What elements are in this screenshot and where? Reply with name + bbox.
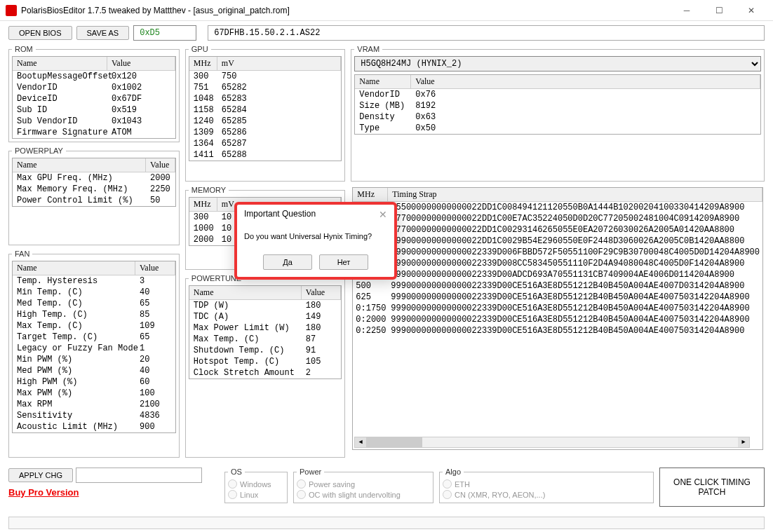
- timing-row[interactable]: 0:1750999000000000000022339D00CE516A3E8D…: [353, 303, 762, 314]
- table-row[interactable]: 75165282: [189, 82, 342, 93]
- table-row[interactable]: Target Temp. (C)65: [13, 332, 175, 343]
- table-row[interactable]: Type0x50: [355, 123, 760, 134]
- power-saving-radio: [297, 479, 306, 489]
- table-row[interactable]: Legacy or Fuzzy Fan Mode1: [13, 343, 175, 354]
- timing-row[interactable]: 0777000000000000022DD1C00293146265055E0E…: [353, 224, 762, 236]
- cell-value: 65: [135, 298, 175, 309]
- modal-no-button[interactable]: Нет: [319, 254, 368, 270]
- open-bios-button[interactable]: OPEN BIOS: [8, 26, 72, 40]
- power-group: Power Power saving OC with slight underv…: [293, 468, 433, 503]
- cell-name: VendorID: [355, 89, 411, 100]
- timing-grid[interactable]: MHz Timing Strap 0555000000000000022DD1C…: [352, 187, 763, 450]
- maximize-button[interactable]: ☐: [703, 0, 735, 21]
- table-row[interactable]: Sub ID0x519: [13, 104, 175, 116]
- table-row[interactable]: VendorID0x76: [355, 89, 760, 100]
- table-row[interactable]: Max Temp. (C)109: [13, 320, 175, 332]
- table-row[interactable]: Firmware SignatureATOM: [13, 127, 175, 138]
- timing-row[interactable]: 0:2250999000000000000022339D00CE516A3E8D…: [353, 325, 762, 336]
- gpu-grid[interactable]: MHz mV 300750751652821048652831158652841…: [189, 56, 342, 161]
- cell-mv: 65285: [217, 116, 342, 127]
- table-row[interactable]: Max PWM (%)100: [13, 388, 175, 399]
- timing-hscrollbar[interactable]: ◄ ►: [354, 437, 750, 448]
- modal-yes-button[interactable]: Да: [263, 254, 312, 270]
- vram-grid[interactable]: Name Value VendorID0x76Size (MB)8192Dens…: [354, 74, 761, 135]
- table-row[interactable]: TDC (A)149: [189, 311, 342, 322]
- table-row[interactable]: Max Memory Freq. (MHz)2250: [13, 184, 175, 195]
- scroll-left-icon[interactable]: ◄: [355, 437, 366, 447]
- table-row[interactable]: Max Power Limit (W)180: [189, 322, 342, 334]
- timing-row[interactable]: 0999000000000000022DD1C0029B54E2960550E0…: [353, 236, 762, 247]
- cell-mhz: 1309: [189, 127, 217, 138]
- table-row[interactable]: BootupMessageOffset0x120: [13, 71, 175, 82]
- cell-value: 3: [135, 275, 175, 287]
- timing-row[interactable]: 0555000000000000022DD1C008494121120550B0…: [353, 202, 762, 213]
- titlebar: PolarisBiosEditor 1.7.5 tweaked by Mattt…: [0, 0, 773, 21]
- table-row[interactable]: High PWM (%)60: [13, 376, 175, 388]
- modal-close-icon[interactable]: ✕: [379, 209, 387, 220]
- table-row[interactable]: TDP (W)180: [189, 300, 342, 311]
- timing-row[interactable]: 0999000000000000022339D008CC583450551110…: [353, 258, 762, 269]
- table-row[interactable]: Density0x63: [355, 111, 760, 123]
- table-row[interactable]: High Temp. (C)85: [13, 309, 175, 320]
- cell-name: Max Power Limit (W): [189, 322, 302, 334]
- scroll-thumb[interactable]: [366, 437, 422, 447]
- timing-row[interactable]: 0:2000999000000000000022339D00CE516A3E8D…: [353, 314, 762, 325]
- timing-row[interactable]: 500999000000000000022339D00CE516A3E8D551…: [353, 280, 762, 292]
- table-row[interactable]: Sensitivity4836: [13, 410, 175, 421]
- minimize-button[interactable]: ─: [671, 0, 703, 21]
- cell-name: Target Temp. (C): [13, 332, 135, 343]
- powerplay-group: POWERPLAY Name Value Max GPU Freq. (MHz)…: [8, 146, 180, 245]
- table-row[interactable]: 115865284: [189, 104, 342, 116]
- timing-mhz: 625: [353, 292, 388, 303]
- vram-select[interactable]: H5GQ8H24MJ (HYNIX_2): [354, 56, 761, 71]
- table-row[interactable]: Max RPM2100: [13, 399, 175, 410]
- cell-name: Density: [355, 111, 411, 123]
- table-row[interactable]: Min Temp. (C)40: [13, 287, 175, 298]
- powerplay-grid[interactable]: Name Value Max GPU Freq. (MHz)2000Max Me…: [12, 158, 176, 207]
- rom-head-value: Value: [107, 57, 175, 70]
- cell-value: 8192: [411, 100, 760, 111]
- table-row[interactable]: Acoustic Limit (MHz)900: [13, 421, 175, 432]
- timing-row[interactable]: 875999000000000000022339D00ADCD693A70551…: [353, 269, 762, 280]
- timing-strap: 999000000000000022339D00CE516A3E8D551212…: [388, 314, 752, 325]
- algo-cn-label: CN (XMR, RYO, AEON,...): [455, 491, 545, 499]
- table-row[interactable]: Shutdown Temp. (C)91: [189, 345, 342, 356]
- table-row[interactable]: Hotspot Temp. (C)105: [189, 356, 342, 367]
- table-row[interactable]: Min PWM (%)20: [13, 354, 175, 365]
- table-row[interactable]: Temp. Hysteresis3: [13, 275, 175, 287]
- table-row[interactable]: Sub VendorID0x1043: [13, 116, 175, 127]
- table-row[interactable]: 130965286: [189, 127, 342, 138]
- table-row[interactable]: 300750: [189, 71, 342, 82]
- table-row[interactable]: 104865283: [189, 93, 342, 104]
- table-row[interactable]: Max GPU Freq. (MHz)2000: [13, 172, 175, 184]
- fan-grid[interactable]: Name Value Temp. Hysteresis3Min Temp. (C…: [12, 261, 176, 433]
- table-row[interactable]: 141165288: [189, 149, 342, 161]
- rom-grid[interactable]: Name Value BootupMessageOffset0x120Vendo…: [12, 56, 176, 139]
- close-button[interactable]: ✕: [735, 0, 767, 21]
- fan-group: FAN Name Value Temp. Hysteresis3Min Temp…: [8, 250, 180, 458]
- timing-row[interactable]: 0777000000000000022DD1C00E7AC35224050D0D…: [353, 213, 762, 224]
- apply-chg-button[interactable]: APPLY CHG: [8, 468, 73, 482]
- table-row[interactable]: Max Temp. (C)87: [189, 334, 342, 345]
- table-row[interactable]: Med PWM (%)40: [13, 365, 175, 376]
- buy-pro-link[interactable]: Buy Pro Version: [8, 487, 219, 498]
- table-row[interactable]: Power Control Limit (%)50: [13, 195, 175, 206]
- apply-input[interactable]: [76, 468, 202, 483]
- table-row[interactable]: Med Temp. (C)65: [13, 298, 175, 309]
- power-saving-label: Power saving: [309, 480, 355, 489]
- powertune-grid[interactable]: Name Value TDP (W)180TDC (A)149Max Power…: [189, 285, 342, 379]
- cell-value: 40: [135, 365, 175, 376]
- table-row[interactable]: 124065285: [189, 116, 342, 127]
- save-as-button[interactable]: SAVE AS: [76, 26, 130, 40]
- table-row[interactable]: DeviceID0x67DF: [13, 93, 175, 104]
- scroll-right-icon[interactable]: ►: [738, 437, 749, 447]
- table-row[interactable]: Clock Stretch Amount2: [189, 367, 342, 378]
- table-row[interactable]: VendorID0x1002: [13, 82, 175, 93]
- timing-mhz: 500: [353, 280, 388, 292]
- table-row[interactable]: Size (MB)8192: [355, 100, 760, 111]
- one-click-timing-button[interactable]: ONE CLICK TIMING PATCH: [659, 468, 765, 507]
- timing-row[interactable]: 0999000000000000022339D006FBBD572F505511…: [353, 247, 762, 258]
- table-row[interactable]: 136465287: [189, 138, 342, 149]
- cell-value: 900: [135, 421, 175, 432]
- timing-row[interactable]: 625999000000000000022339D00CE516A3E8D551…: [353, 292, 762, 303]
